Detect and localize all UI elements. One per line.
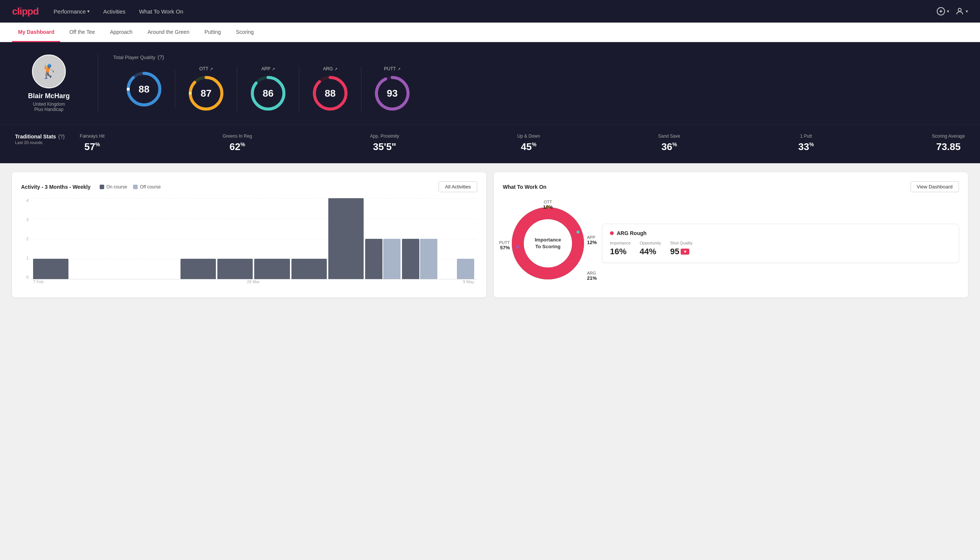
svg-point-9 (189, 92, 192, 95)
bottom-section: Activity - 3 Months - Weekly On course O… (0, 163, 980, 307)
stat-greens-in-reg: Greens In Reg 62% (223, 133, 252, 153)
bar-oncourse-8 (328, 198, 364, 279)
user-menu-button[interactable]: ▾ (955, 7, 968, 16)
nav-link-activities[interactable]: Activities (103, 8, 125, 15)
x-label-feb: 7 Feb (33, 280, 43, 288)
score-value-app: 86 (263, 88, 274, 99)
player-info: 🏌️ Blair McHarg United Kingdom Plus Hand… (15, 55, 83, 112)
donut-chart: ImportanceTo Scoring OTT 10% APP 12% ARG… (503, 198, 593, 288)
stat-value-gir: 62% (230, 141, 245, 153)
tpq-label: Total Player Quality (?) (113, 54, 965, 60)
view-dashboard-button[interactable]: View Dashboard (910, 181, 959, 192)
score-label-ott: OTT ↗ (199, 66, 213, 72)
info-metrics: Importance 16% Opportunity 44% Shot Qual… (610, 241, 951, 257)
score-arg: ARG ↗ 88 (299, 66, 361, 112)
add-button[interactable]: ▾ (937, 7, 949, 16)
y-label-2: 2 (26, 237, 28, 241)
help-icon[interactable]: (?) (58, 133, 65, 140)
score-app: APP ↗ 86 (237, 66, 299, 112)
wtw-card-title: What To Work On (503, 184, 546, 190)
bar-group-3 (144, 198, 179, 279)
stat-value-scoring: 73.85 (936, 141, 960, 153)
bar-group-5 (217, 198, 253, 279)
bar-group-1 (70, 198, 105, 279)
hero-inner: 🏌️ Blair McHarg United Kingdom Plus Hand… (15, 54, 965, 112)
metric-importance: Importance 16% (610, 241, 631, 257)
score-value-ott: 87 (201, 88, 212, 99)
tab-approach[interactable]: Approach (104, 23, 138, 42)
stat-one-putt: 1 Putt 33% (799, 133, 814, 153)
bar-group-0 (33, 198, 68, 279)
info-card-title: ARG Rough (610, 230, 951, 236)
arrow-up-icon: ↗ (334, 67, 337, 71)
divider (98, 54, 98, 112)
all-activities-button[interactable]: All Activities (438, 181, 477, 192)
player-handicap: Plus Handicap (34, 107, 63, 112)
chart-legend: On course Off course (100, 184, 161, 190)
activity-header-left: Activity - 3 Months - Weekly On course O… (21, 184, 161, 190)
legend-off-course: Off course (133, 184, 161, 190)
svg-point-26 (576, 257, 579, 260)
stat-value-app-prox: 35'5" (373, 141, 396, 153)
bar-oncourse-6 (254, 259, 290, 279)
help-icon[interactable]: (?) (158, 54, 164, 60)
legend-dot-offcourse (133, 185, 138, 189)
circle-app: 86 (249, 75, 287, 112)
bar-oncourse-5 (217, 259, 253, 279)
circle-ott: 87 (187, 75, 225, 112)
score-value-putt: 93 (387, 88, 398, 99)
what-to-work-on-card: What To Work On View Dashboard (494, 172, 968, 297)
stat-app-proximity: App. Proximity 35'5" (370, 133, 399, 153)
chart-area (30, 198, 477, 280)
svg-point-12 (266, 76, 270, 79)
nav-right: ▾ ▾ (937, 7, 968, 16)
svg-point-27 (516, 246, 519, 248)
score-label-app: APP ↗ (261, 66, 275, 72)
bar-group-6 (254, 198, 290, 279)
y-label-0: 0 (26, 275, 28, 280)
activity-card-title: Activity - 3 Months - Weekly (21, 184, 91, 190)
score-label-arg: ARG ↗ (323, 66, 337, 72)
bar-chart-container: 0 1 2 3 4 7 Feb 28 Mar 9 May (21, 198, 477, 288)
legend-on-course: On course (100, 184, 127, 190)
bar-offcourse-10 (420, 239, 438, 280)
trad-stats-label: Traditional Stats (?) Last 20 rounds (15, 133, 65, 145)
avatar: 🏌️ (32, 55, 66, 88)
metric-value-importance: 16% (610, 247, 631, 257)
top-navigation: clippd Performance ▾ Activities What To … (0, 0, 980, 23)
y-label-4: 4 (26, 198, 28, 203)
tab-off-the-tee[interactable]: Off the Tee (63, 23, 101, 42)
metric-value-shot-quality: 95 ▼ (670, 247, 693, 257)
stat-sand-save: Sand Save 36% (658, 133, 680, 153)
tab-scoring[interactable]: Scoring (230, 23, 260, 42)
score-putt: PUTT ↗ 93 (361, 66, 423, 112)
legend-dot-oncourse (100, 185, 104, 189)
tab-my-dashboard[interactable]: My Dashboard (12, 23, 60, 42)
stat-scoring-avg: Scoring Average 73.85 (932, 133, 965, 153)
stat-up-down: Up & Down 45% (517, 133, 540, 153)
scores-section: Total Player Quality (?) 88 (113, 54, 965, 112)
svg-point-18 (375, 92, 378, 95)
arrow-up-icon: ↗ (210, 67, 213, 71)
stat-items: Fairways Hit 57% Greens In Reg 62% App. … (80, 133, 965, 153)
hero-section: 🏌️ Blair McHarg United Kingdom Plus Hand… (0, 42, 980, 124)
y-label-3: 3 (26, 217, 28, 222)
logo[interactable]: clippd (12, 6, 39, 17)
player-country: United Kingdom (33, 102, 65, 107)
x-label-mar: 28 Mar (247, 280, 260, 288)
bar-oncourse-0 (33, 259, 68, 279)
nav-link-what-to-work-on[interactable]: What To Work On (139, 8, 183, 15)
nav-link-performance[interactable]: Performance ▾ (54, 8, 90, 15)
player-name: Blair McHarg (28, 92, 70, 100)
tab-putting[interactable]: Putting (198, 23, 227, 42)
score-value-arg: 88 (325, 88, 336, 99)
tab-around-the-green[interactable]: Around the Green (141, 23, 195, 42)
nav-links: Performance ▾ Activities What To Work On (54, 8, 183, 15)
score-ott: OTT ↗ 87 (175, 66, 237, 112)
bar-group-9 (365, 198, 401, 279)
metric-opportunity: Opportunity 44% (640, 241, 661, 257)
nav-left: clippd Performance ▾ Activities What To … (12, 6, 183, 17)
metric-value-opportunity: 44% (640, 247, 661, 257)
trad-stats-title: Traditional Stats (15, 133, 56, 140)
bar-group-10 (402, 198, 438, 279)
